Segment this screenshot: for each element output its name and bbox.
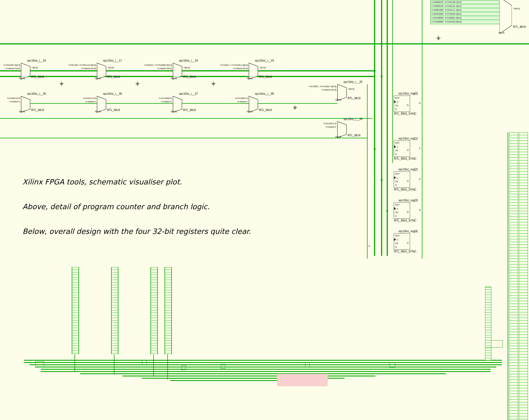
clock-triangle-icon	[394, 145, 396, 148]
overview-bus	[24, 360, 502, 361]
reg-pin-rst: RST	[395, 204, 400, 206]
clock-triangle-icon	[394, 207, 396, 210]
reg-pin-c: C	[397, 208, 399, 210]
reg-pin-rst: RST	[395, 142, 400, 144]
ground-symbol	[59, 82, 64, 85]
caption-line-1: Xilinx FPGA tools, schematic visualiser …	[22, 178, 182, 186]
mux-title: xpc10nz_i__20	[332, 80, 374, 83]
mux-type: RTL_MUX	[31, 109, 44, 112]
mux-type: RTL_MUX	[259, 109, 272, 112]
overview-cell	[221, 364, 225, 369]
reg-xpc10nz_reg0: xpc10nz_reg[0] RST C CE D Q RTL_REG_SYNC	[394, 96, 410, 112]
mux-type: RTL_MUX	[107, 75, 120, 78]
mux-in0: V=8'01011*, S=5'b10000 I0[4:0]	[144, 64, 172, 66]
clock-triangle-icon	[394, 176, 396, 179]
wire	[0, 138, 368, 138]
schematic-canvas[interactable]: V=8'0000010*, S=5'b01100 I1[6:0] V=8'000…	[0, 0, 529, 420]
clock-triangle-icon	[394, 100, 396, 103]
mux-out: O[4:0]	[348, 88, 354, 90]
svg-marker-0	[499, 0, 512, 34]
overview-wire	[114, 354, 114, 374]
mux-sel: S[4:0]	[95, 110, 101, 113]
mux-title: xpc10nz_i__17	[91, 59, 134, 62]
overview-register-column	[150, 267, 158, 354]
overview-register-column	[72, 267, 79, 354]
reg-pin-rst: RST	[395, 173, 400, 175]
mux-title: xpc10nz_i__37	[167, 92, 210, 95]
overview-schematic	[24, 267, 516, 419]
reg-q-net: 1	[419, 147, 420, 150]
reg-pin-d: D	[395, 215, 397, 217]
wire	[182, 103, 249, 104]
caption-line-2: Above, detail of program counter and bra…	[22, 202, 210, 211]
bus-wire	[381, 0, 382, 256]
junction-dot	[374, 148, 376, 150]
reg-type: RTL_REG_SYNC	[386, 219, 425, 222]
reg-pin-ce: CE	[395, 149, 398, 152]
mux-title: xpc10nz_i__19	[243, 59, 285, 62]
rom-mux-label: RTL_MUX	[513, 25, 526, 28]
overview-wire	[75, 354, 75, 371]
mux-in1: S=default I1	[161, 101, 172, 103]
mux-xpc10nz_i__38: xpc10nz_i__38 S=5'b10010 I0 S=default I1…	[249, 96, 258, 112]
reg-pin-q: Q	[407, 180, 409, 182]
reg-title: xpc10nz_reg[2]	[388, 168, 428, 171]
bus-wire	[0, 43, 529, 44]
reg-title: xpc10nz_reg[3]	[388, 199, 428, 202]
mux-in1: S=default I1[4:0]	[6, 67, 20, 69]
reg-pin-c: C	[397, 177, 399, 179]
mux-xpc10nz_i__37: xpc10nz_i__37 S=5'b10000 I0 S=default I1…	[173, 96, 182, 112]
reg-pin-q: Q	[407, 149, 409, 151]
reg-pin-ce: CE	[395, 211, 398, 214]
caption-line-3: Below, overall design with the four 32-b…	[22, 227, 251, 236]
mux-title: xpc10nz_i__38	[243, 92, 285, 95]
mux-in1: S=default I1	[326, 126, 336, 128]
mux-title: xpc10nz_i__36	[91, 92, 134, 95]
reg-pin-d: D	[395, 246, 397, 248]
overview-bus	[80, 373, 446, 374]
mux-title: xpc10nz_i__35	[15, 92, 58, 95]
reg-pin-c: C	[397, 239, 399, 241]
overview-cell	[390, 362, 395, 368]
rom-mux-out: O[6:0]	[514, 7, 520, 10]
mux-type: RTL_MUX	[348, 97, 361, 100]
mux-in0: S=5'b01110 I0	[83, 97, 96, 99]
reg-title: xpc10nz_reg[4]	[388, 230, 428, 233]
ground-symbol	[135, 82, 140, 85]
rom-mux-sel: S[4:0]	[498, 31, 504, 34]
mux-in0: S=5'b01001 I0[4:0]	[3, 64, 20, 66]
mux-xpc10nz_i__36: xpc10nz_i__36 S=5'b01110 I0 S=default I1…	[97, 96, 106, 112]
mux-sel: S[4:0]	[171, 77, 177, 80]
mux-title: xpc10nz_i__39	[332, 118, 374, 121]
mux-in0: S=5'b10011 I0	[324, 123, 336, 125]
overview-bus	[122, 376, 375, 376]
mux-sel: S[4:0]	[335, 136, 341, 138]
reg-pin-c: C	[397, 101, 399, 103]
reg-pin-ce: CE	[395, 104, 398, 107]
overview-register-column	[165, 267, 172, 354]
rom-row: V=8'1000000*, S=5'b01010 I6[6:0]	[430, 20, 500, 24]
reg-pin-q: Q	[407, 241, 409, 244]
reg-pin-ce: CE	[395, 242, 398, 245]
wire	[106, 103, 173, 104]
reg-pin-ce: CE	[395, 180, 398, 183]
mux-sel: S[4:0]	[19, 77, 25, 80]
reg-pin-d: D	[395, 153, 397, 155]
overview-cell	[485, 340, 503, 347]
mux-sel: S[4:0]	[19, 110, 25, 113]
mux-xpc10nz_i__35: xpc10nz_i__35 S=5'b00110 I0 S=default I1…	[21, 96, 30, 112]
reg-q-net: 4	[368, 245, 370, 247]
reg-pin-d: D	[395, 184, 397, 186]
mux-out: O[4:0]	[260, 66, 266, 69]
overview-bus	[30, 364, 502, 365]
mux-type: RTL_MUX	[31, 75, 44, 78]
overview-wire	[153, 354, 154, 377]
overview-register-column	[111, 267, 118, 354]
reg-type: RTL_REG_SYNC	[386, 250, 425, 253]
overview-highlight-region	[277, 374, 328, 386]
reg-q-net: 3	[419, 209, 420, 211]
overview-cell	[181, 365, 186, 370]
overview-cell	[35, 361, 44, 367]
overview-cell	[305, 363, 310, 367]
mux-in0: V=8'01100*, S=5'b01110 I0[4:0]	[68, 64, 96, 66]
